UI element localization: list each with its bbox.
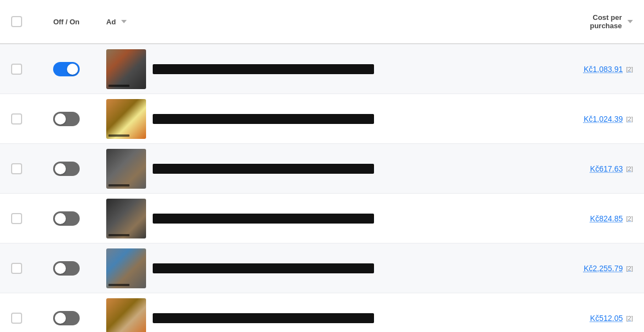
toggle-column-header: Off / On xyxy=(53,18,80,26)
header-checkbox-col xyxy=(0,16,33,27)
row-4-cost-badge: [2] xyxy=(626,215,633,222)
row-3-cost-text: Kč617.63 xyxy=(590,164,623,173)
row-6-toggle[interactable] xyxy=(53,311,80,325)
row-4-cost-text: Kč824.85 xyxy=(590,214,623,223)
row-5-cost-text: Kč2,255.79 xyxy=(584,264,623,273)
row-1-checkbox-col xyxy=(0,64,33,75)
row-6-checkbox[interactable] xyxy=(11,313,22,324)
table-row: Kč1,024.39[2] xyxy=(0,94,644,144)
row-4-thumb-bar xyxy=(108,234,129,236)
row-6-toggle-knob xyxy=(55,313,66,324)
row-1-toggle-knob xyxy=(67,64,78,75)
row-6-thumbnail[interactable] xyxy=(106,298,146,333)
row-4-toggle-col xyxy=(33,211,100,226)
table-row: Kč824.85[2] xyxy=(0,194,644,243)
row-3-checkbox[interactable] xyxy=(11,163,22,174)
row-4-toggle[interactable] xyxy=(53,211,80,226)
row-1-cost-badge: [2] xyxy=(626,66,633,72)
row-3-ad-col xyxy=(100,149,522,189)
table-row: Kč2,255.79[2] xyxy=(0,243,644,293)
row-5-toggle-col xyxy=(33,261,100,276)
ads-table: Off / On Ad Cost perpurchase Kč1,083.91[… xyxy=(0,0,644,332)
row-1-ad-cell xyxy=(106,49,516,89)
row-5-checkbox-col xyxy=(0,263,33,274)
row-5-ad-cell xyxy=(106,248,516,288)
row-5-thumb-bar xyxy=(108,284,129,286)
select-all-checkbox[interactable] xyxy=(11,16,22,27)
row-1-thumbnail[interactable] xyxy=(106,49,146,89)
row-4-ad-cell xyxy=(106,199,516,238)
row-6-ad-col xyxy=(100,298,522,333)
header-toggle-col: Off / On xyxy=(33,18,100,26)
row-2-toggle-knob xyxy=(55,113,66,124)
row-3-cost-value[interactable]: Kč617.63[2] xyxy=(590,164,633,173)
row-6-toggle-col xyxy=(33,311,100,325)
row-4-ad-col xyxy=(100,199,522,238)
row-2-checkbox-col xyxy=(0,113,33,124)
row-6-ad-name xyxy=(153,313,374,323)
row-3-toggle-knob xyxy=(55,163,66,174)
row-2-ad-name xyxy=(153,114,374,124)
row-4-ad-name xyxy=(153,214,374,224)
row-5-toggle-knob xyxy=(55,263,66,274)
row-1-ad-col xyxy=(100,49,522,89)
row-1-toggle[interactable] xyxy=(53,62,80,76)
header-cost-col: Cost perpurchase xyxy=(522,13,644,30)
ad-sort-arrow[interactable] xyxy=(121,20,127,23)
row-6-checkbox-col xyxy=(0,313,33,324)
table-header: Off / On Ad Cost perpurchase xyxy=(0,0,644,44)
row-4-cost-value[interactable]: Kč824.85[2] xyxy=(590,214,633,223)
row-6-cost-badge: [2] xyxy=(626,315,633,321)
row-3-checkbox-col xyxy=(0,163,33,174)
row-3-cost-badge: [2] xyxy=(626,165,633,172)
row-6-cost-value[interactable]: Kč512.05[2] xyxy=(590,314,633,323)
row-4-toggle-knob xyxy=(55,213,66,224)
row-5-cost-badge: [2] xyxy=(626,265,633,272)
ad-column-header: Ad xyxy=(106,18,127,26)
row-2-thumb-bar xyxy=(108,134,129,137)
row-1-cost-col: Kč1,083.91[2] xyxy=(522,65,644,74)
cost-column-header: Cost perpurchase xyxy=(590,13,633,30)
row-2-cost-badge: [2] xyxy=(626,116,633,122)
row-1-thumb-bar xyxy=(108,85,129,87)
row-6-ad-cell xyxy=(106,298,516,333)
row-3-ad-cell xyxy=(106,149,516,189)
header-ad-col: Ad xyxy=(100,18,522,26)
row-6-cost-col: Kč512.05[2] xyxy=(522,314,644,323)
row-3-cost-col: Kč617.63[2] xyxy=(522,164,644,173)
row-2-checkbox[interactable] xyxy=(11,113,22,124)
row-3-thumbnail[interactable] xyxy=(106,149,146,189)
row-2-cost-text: Kč1,024.39 xyxy=(584,115,623,123)
table-row: Kč512.05[2] xyxy=(0,293,644,332)
row-4-thumbnail[interactable] xyxy=(106,199,146,238)
row-5-cost-value[interactable]: Kč2,255.79[2] xyxy=(584,264,633,273)
row-2-thumbnail[interactable] xyxy=(106,99,146,139)
row-3-ad-name xyxy=(153,164,374,174)
row-1-cost-value[interactable]: Kč1,083.91[2] xyxy=(584,65,633,74)
row-5-cost-col: Kč2,255.79[2] xyxy=(522,264,644,273)
row-4-cost-col: Kč824.85[2] xyxy=(522,214,644,223)
row-5-ad-name xyxy=(153,263,374,273)
row-4-checkbox-col xyxy=(0,213,33,224)
cost-sort-arrow[interactable] xyxy=(627,20,633,23)
row-1-cost-text: Kč1,083.91 xyxy=(584,65,623,74)
row-2-toggle[interactable] xyxy=(53,112,80,126)
row-5-thumbnail[interactable] xyxy=(106,248,146,288)
row-2-cost-value[interactable]: Kč1,024.39[2] xyxy=(584,115,633,123)
row-4-checkbox[interactable] xyxy=(11,213,22,224)
row-6-cost-text: Kč512.05 xyxy=(590,314,623,323)
row-5-checkbox[interactable] xyxy=(11,263,22,274)
row-3-toggle[interactable] xyxy=(53,162,80,176)
row-1-ad-name xyxy=(153,64,374,74)
row-3-thumb-bar xyxy=(108,184,129,186)
table-row: Kč617.63[2] xyxy=(0,144,644,194)
row-2-cost-col: Kč1,024.39[2] xyxy=(522,115,644,123)
table-row: Kč1,083.91[2] xyxy=(0,44,644,94)
row-1-checkbox[interactable] xyxy=(11,64,22,75)
row-3-toggle-col xyxy=(33,162,100,176)
row-1-toggle-col xyxy=(33,62,100,76)
row-5-toggle[interactable] xyxy=(53,261,80,276)
row-2-ad-col xyxy=(100,99,522,139)
row-2-toggle-col xyxy=(33,112,100,126)
table-body: Kč1,083.91[2]Kč1,024.39[2]Kč617.63[2]Kč8… xyxy=(0,44,644,332)
